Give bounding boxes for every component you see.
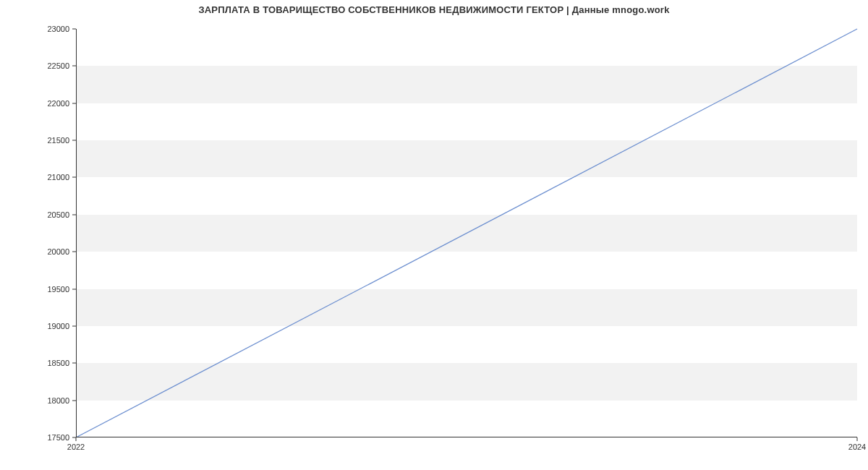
y-tick-mark <box>72 325 76 326</box>
y-tick-label: 22500 <box>4 61 69 70</box>
y-tick-label: 17500 <box>4 433 69 442</box>
y-axis-line <box>76 29 77 437</box>
chart-title: ЗАРПЛАТА В ТОВАРИЩЕСТВО СОБСТВЕННИКОВ НЕ… <box>0 4 868 15</box>
y-tick-label: 20500 <box>4 210 69 219</box>
series-line <box>76 29 857 437</box>
y-tick-label: 21000 <box>4 173 69 181</box>
y-tick-mark <box>72 252 76 252</box>
y-tick-mark <box>72 400 76 401</box>
y-tick-label: 18000 <box>4 396 69 405</box>
y-tick-mark <box>72 363 76 364</box>
y-tick-mark <box>72 177 76 178</box>
x-tick-label: 2022 <box>67 443 85 451</box>
y-tick-label: 19500 <box>4 285 69 294</box>
x-tick-label: 2024 <box>848 443 866 451</box>
y-tick-mark <box>72 140 76 141</box>
x-axis-line <box>76 437 857 437</box>
y-tick-label: 20000 <box>4 247 69 256</box>
y-tick-mark <box>72 103 76 103</box>
y-tick-mark <box>72 214 76 215</box>
y-tick-label: 18500 <box>4 359 69 367</box>
y-tick-label: 21500 <box>4 136 69 145</box>
y-tick-label: 23000 <box>4 25 69 33</box>
chart-container: ЗАРПЛАТА В ТОВАРИЩЕСТВО СОБСТВЕННИКОВ НЕ… <box>0 0 868 470</box>
y-tick-mark <box>72 29 76 30</box>
y-tick-mark <box>72 289 76 289</box>
line-layer <box>76 29 857 437</box>
x-tick-mark <box>76 437 77 441</box>
x-tick-mark <box>857 437 858 441</box>
y-tick-label: 22000 <box>4 99 69 108</box>
y-tick-mark <box>72 66 76 67</box>
plot-area <box>76 29 857 437</box>
y-tick-label: 19000 <box>4 322 69 330</box>
